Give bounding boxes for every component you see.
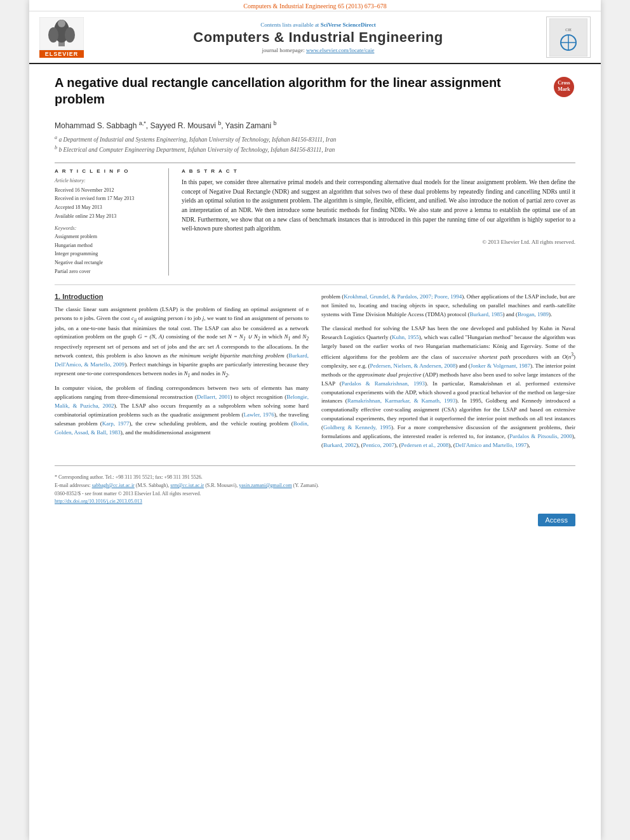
svg-point-4 [65,27,75,43]
keyword-3: Integer programming [55,250,159,258]
corresponding-note-text: * Corresponding author. Tel.: +98 311 39… [55,474,575,482]
svg-point-3 [48,27,58,43]
crossmark-badge: Cross Mark [553,76,575,98]
elsevier-tree-icon [39,17,84,50]
svg-text:CIE: CIE [565,28,572,32]
svg-text:Cross: Cross [558,80,570,86]
keyword-2: Hungarian method [55,241,159,250]
journal-header-center: Contents lists available at SciVerse Sci… [97,22,540,53]
journal-right-logo: CIE [546,17,591,58]
journal-homepage: journal homepage: www.elsevier.com/locat… [97,47,540,53]
access-button[interactable]: Access [538,514,575,526]
keyword-4: Negative dual rectangle [55,258,159,267]
homepage-link[interactable]: www.elsevier.com/locate/caie [306,47,374,53]
received-revised-date: Received in revised form 17 May 2013 [55,194,159,203]
footer-doi: http://dx.doi.org/10.1016/j.cie.2013.05.… [55,498,575,506]
authors-line: Mohammad S. Sabbagh a,*, Sayyed R. Mousa… [55,120,575,130]
keyword-5: Partial zero cover [55,267,159,276]
sciverse-link[interactable]: SciVerse ScienceDirect [321,22,376,28]
elsevier-logo: ELSEVIER [39,17,90,58]
right-paragraph-1: problem (Krokhmal, Grundel, & Pardalos, … [321,293,575,319]
right-paragraph-2: The classical method for solving the LSA… [321,324,575,450]
footer-license: 0360-8352/$ - see front matter © 2013 El… [55,490,575,507]
access-button-area: Access [29,514,601,526]
body-section: 1. Introduction The classic linear sum a… [55,284,575,455]
abstract-column: A B S T R A C T In this paper, we consid… [182,168,575,276]
journal-header: ELSEVIER Contents lists available at Sci… [29,11,601,64]
intro-paragraph-1: The classic linear sum assignment proble… [55,305,309,379]
affiliation-b: b b Electrical and Computer Engineering … [55,144,575,154]
article-dates: Received 16 November 2012 Received in re… [55,186,159,220]
journal-logo-icon: CIE [549,18,587,57]
email-link-3[interactable]: yasin.zamani@gmail.com [239,483,292,488]
svg-point-5 [58,20,65,27]
keyword-1: Assignment problem [55,232,159,241]
journal-title: Computers & Industrial Engineering [97,29,540,46]
journal-citation-text: Computers & Industrial Engineering 65 (2… [243,3,387,10]
article-title: A negative dual rectangle cancellation a… [55,74,575,107]
abstract-text: In this paper, we consider three alterna… [182,178,575,234]
keywords-list: Assignment problem Hungarian method Inte… [55,232,159,276]
intro-section-title: 1. Introduction [55,293,309,300]
article-footer: * Corresponding author. Tel.: +98 311 39… [55,465,575,510]
corresponding-author-note: * Corresponding author. Tel.: +98 311 39… [55,474,575,490]
history-label: Article history: [55,178,159,183]
available-online-date: Available online 23 May 2013 [55,212,159,221]
received-date: Received 16 November 2012 [55,186,159,195]
elsevier-wordmark: ELSEVIER [39,50,84,58]
abstract-copyright: © 2013 Elsevier Ltd. All rights reserved… [182,239,575,245]
title-section: Cross Mark A negative dual rectangle can… [55,74,575,114]
intro-paragraph-2: In computer vision, the problem of findi… [55,384,309,437]
svg-text:Mark: Mark [558,86,570,92]
accepted-date: Accepted 18 May 2013 [55,203,159,212]
email-link-2[interactable]: srm@cc.iut.ac.ir [170,483,204,488]
article-info-column: A R T I C L E I N F O Article history: R… [55,168,169,276]
journal-citation-bar: Computers & Industrial Engineering 65 (2… [29,0,601,11]
article-content: Cross Mark A negative dual rectangle can… [29,64,601,465]
article-info-heading: A R T I C L E I N F O [55,168,159,174]
abstract-heading: A B S T R A C T [182,168,575,174]
page: Computers & Industrial Engineering 65 (2… [29,0,601,840]
email-addresses: E-mail addresses: sabbagh@cc.iut.ac.ir (… [55,482,575,490]
info-abstract-section: A R T I C L E I N F O Article history: R… [55,163,575,276]
affiliation-a: a a Department of Industrial and Systems… [55,134,575,144]
body-right-column: problem (Krokhmal, Grundel, & Pardalos, … [321,293,575,455]
sciverse-line: Contents lists available at SciVerse Sci… [97,22,540,28]
affiliations: a a Department of Industrial and Systems… [55,134,575,155]
keywords-label: Keywords: [55,225,159,231]
email-link-1[interactable]: sabbagh@cc.iut.ac.ir [92,483,135,488]
author-sabbagh: Mohammad S. Sabbagh [55,121,139,130]
body-left-column: 1. Introduction The classic linear sum a… [55,293,309,455]
